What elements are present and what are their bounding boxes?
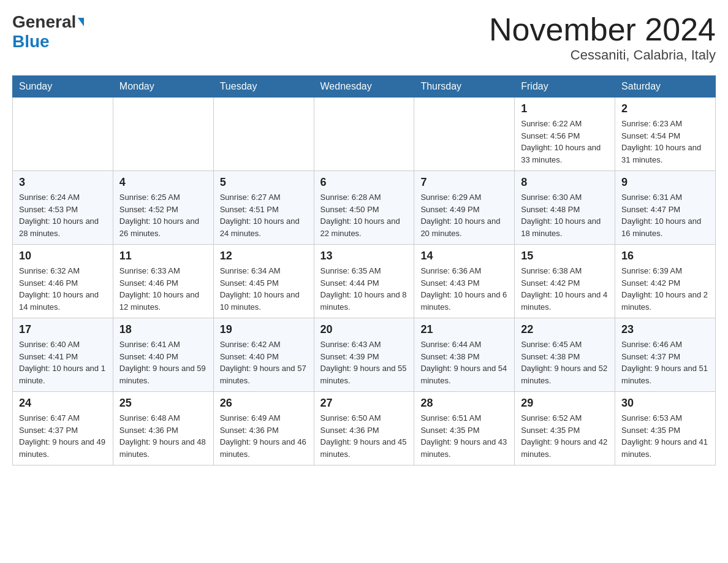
- day-info: Sunrise: 6:34 AM Sunset: 4:45 PM Dayligh…: [220, 265, 308, 313]
- calendar-cell: 28Sunrise: 6:51 AM Sunset: 4:35 PM Dayli…: [414, 392, 515, 465]
- calendar-table: SundayMondayTuesdayWednesdayThursdayFrid…: [12, 75, 716, 465]
- day-number: 18: [119, 323, 207, 336]
- day-number: 27: [320, 397, 408, 410]
- day-info: Sunrise: 6:51 AM Sunset: 4:35 PM Dayligh…: [420, 412, 508, 460]
- column-header-saturday: Saturday: [615, 76, 716, 98]
- day-info: Sunrise: 6:29 AM Sunset: 4:49 PM Dayligh…: [420, 191, 508, 239]
- day-info: Sunrise: 6:45 AM Sunset: 4:38 PM Dayligh…: [521, 339, 609, 386]
- column-header-tuesday: Tuesday: [213, 76, 314, 98]
- calendar-cell: 13Sunrise: 6:35 AM Sunset: 4:44 PM Dayli…: [314, 245, 414, 318]
- calendar-cell: 14Sunrise: 6:36 AM Sunset: 4:43 PM Dayli…: [414, 245, 515, 318]
- calendar-week-row: 17Sunrise: 6:40 AM Sunset: 4:41 PM Dayli…: [13, 318, 716, 392]
- day-number: 19: [220, 323, 308, 336]
- day-info: Sunrise: 6:46 AM Sunset: 4:37 PM Dayligh…: [621, 339, 709, 386]
- day-number: 7: [420, 176, 508, 189]
- day-info: Sunrise: 6:38 AM Sunset: 4:42 PM Dayligh…: [521, 265, 609, 313]
- day-info: Sunrise: 6:52 AM Sunset: 4:35 PM Dayligh…: [521, 412, 609, 460]
- day-number: 29: [521, 397, 609, 410]
- calendar-cell: [314, 98, 414, 171]
- header-right: November 2024 Cessaniti, Calabria, Italy: [489, 12, 716, 63]
- calendar-header-row: SundayMondayTuesdayWednesdayThursdayFrid…: [13, 76, 716, 98]
- day-number: 2: [621, 102, 709, 115]
- calendar-week-row: 24Sunrise: 6:47 AM Sunset: 4:37 PM Dayli…: [13, 392, 716, 465]
- calendar-cell: 27Sunrise: 6:50 AM Sunset: 4:36 PM Dayli…: [314, 392, 414, 465]
- calendar-cell: [213, 98, 314, 171]
- calendar-cell: 8Sunrise: 6:30 AM Sunset: 4:48 PM Daylig…: [515, 171, 615, 245]
- page-header: General Blue November 2024 Cessaniti, Ca…: [12, 12, 716, 63]
- logo-blue-text: Blue: [12, 32, 50, 51]
- day-info: Sunrise: 6:43 AM Sunset: 4:39 PM Dayligh…: [320, 339, 408, 386]
- calendar-cell: 19Sunrise: 6:42 AM Sunset: 4:40 PM Dayli…: [213, 318, 314, 392]
- calendar-cell: 26Sunrise: 6:49 AM Sunset: 4:36 PM Dayli…: [213, 392, 314, 465]
- day-info: Sunrise: 6:53 AM Sunset: 4:35 PM Dayligh…: [621, 412, 709, 460]
- day-number: 1: [521, 102, 609, 115]
- calendar-cell: [13, 98, 113, 171]
- day-info: Sunrise: 6:32 AM Sunset: 4:46 PM Dayligh…: [19, 265, 107, 313]
- day-number: 3: [19, 176, 107, 189]
- column-header-wednesday: Wednesday: [314, 76, 414, 98]
- day-number: 30: [621, 397, 709, 410]
- day-info: Sunrise: 6:50 AM Sunset: 4:36 PM Dayligh…: [320, 412, 408, 460]
- calendar-week-row: 10Sunrise: 6:32 AM Sunset: 4:46 PM Dayli…: [13, 245, 716, 318]
- day-number: 10: [19, 250, 107, 262]
- calendar-cell: 3Sunrise: 6:24 AM Sunset: 4:53 PM Daylig…: [13, 171, 113, 245]
- day-info: Sunrise: 6:24 AM Sunset: 4:53 PM Dayligh…: [19, 191, 107, 239]
- column-header-friday: Friday: [515, 76, 615, 98]
- calendar-cell: 2Sunrise: 6:23 AM Sunset: 4:54 PM Daylig…: [615, 98, 716, 171]
- day-number: 28: [420, 397, 508, 410]
- calendar-cell: 10Sunrise: 6:32 AM Sunset: 4:46 PM Dayli…: [13, 245, 113, 318]
- day-number: 8: [521, 176, 609, 189]
- day-info: Sunrise: 6:31 AM Sunset: 4:47 PM Dayligh…: [621, 191, 709, 239]
- calendar-cell: 11Sunrise: 6:33 AM Sunset: 4:46 PM Dayli…: [113, 245, 213, 318]
- calendar-cell: 16Sunrise: 6:39 AM Sunset: 4:42 PM Dayli…: [615, 245, 716, 318]
- calendar-cell: 9Sunrise: 6:31 AM Sunset: 4:47 PM Daylig…: [615, 171, 716, 245]
- day-info: Sunrise: 6:39 AM Sunset: 4:42 PM Dayligh…: [621, 265, 709, 313]
- day-number: 13: [320, 250, 408, 262]
- day-number: 5: [220, 176, 308, 189]
- calendar-cell: 20Sunrise: 6:43 AM Sunset: 4:39 PM Dayli…: [314, 318, 414, 392]
- day-number: 11: [119, 250, 207, 262]
- day-number: 21: [420, 323, 508, 336]
- day-number: 14: [420, 250, 508, 262]
- day-info: Sunrise: 6:23 AM Sunset: 4:54 PM Dayligh…: [621, 118, 709, 166]
- day-info: Sunrise: 6:28 AM Sunset: 4:50 PM Dayligh…: [320, 191, 408, 239]
- month-title: November 2024: [489, 12, 716, 47]
- day-number: 26: [220, 397, 308, 410]
- calendar-cell: 23Sunrise: 6:46 AM Sunset: 4:37 PM Dayli…: [615, 318, 716, 392]
- day-info: Sunrise: 6:30 AM Sunset: 4:48 PM Dayligh…: [521, 191, 609, 239]
- calendar-cell: 24Sunrise: 6:47 AM Sunset: 4:37 PM Dayli…: [13, 392, 113, 465]
- calendar-cell: 7Sunrise: 6:29 AM Sunset: 4:49 PM Daylig…: [414, 171, 515, 245]
- location-title: Cessaniti, Calabria, Italy: [489, 47, 716, 63]
- calendar-cell: 22Sunrise: 6:45 AM Sunset: 4:38 PM Dayli…: [515, 318, 615, 392]
- day-number: 17: [19, 323, 107, 336]
- calendar-cell: [414, 98, 515, 171]
- logo-arrow-icon: [78, 18, 84, 26]
- day-info: Sunrise: 6:36 AM Sunset: 4:43 PM Dayligh…: [420, 265, 508, 313]
- day-number: 12: [220, 250, 308, 262]
- day-number: 25: [119, 397, 207, 410]
- day-info: Sunrise: 6:47 AM Sunset: 4:37 PM Dayligh…: [19, 412, 107, 460]
- day-info: Sunrise: 6:35 AM Sunset: 4:44 PM Dayligh…: [320, 265, 408, 313]
- calendar-cell: 25Sunrise: 6:48 AM Sunset: 4:36 PM Dayli…: [113, 392, 213, 465]
- day-number: 16: [621, 250, 709, 262]
- calendar-cell: 21Sunrise: 6:44 AM Sunset: 4:38 PM Dayli…: [414, 318, 515, 392]
- day-info: Sunrise: 6:40 AM Sunset: 4:41 PM Dayligh…: [19, 339, 107, 386]
- calendar-cell: 4Sunrise: 6:25 AM Sunset: 4:52 PM Daylig…: [113, 171, 213, 245]
- calendar-cell: 15Sunrise: 6:38 AM Sunset: 4:42 PM Dayli…: [515, 245, 615, 318]
- day-number: 23: [621, 323, 709, 336]
- calendar-week-row: 1Sunrise: 6:22 AM Sunset: 4:56 PM Daylig…: [13, 98, 716, 171]
- calendar-cell: 30Sunrise: 6:53 AM Sunset: 4:35 PM Dayli…: [615, 392, 716, 465]
- day-number: 24: [19, 397, 107, 410]
- column-header-thursday: Thursday: [414, 76, 515, 98]
- calendar-week-row: 3Sunrise: 6:24 AM Sunset: 4:53 PM Daylig…: [13, 171, 716, 245]
- calendar-cell: [113, 98, 213, 171]
- day-info: Sunrise: 6:33 AM Sunset: 4:46 PM Dayligh…: [119, 265, 207, 313]
- day-info: Sunrise: 6:42 AM Sunset: 4:40 PM Dayligh…: [220, 339, 308, 386]
- day-info: Sunrise: 6:22 AM Sunset: 4:56 PM Dayligh…: [521, 118, 609, 166]
- column-header-sunday: Sunday: [13, 76, 113, 98]
- column-header-monday: Monday: [113, 76, 213, 98]
- day-number: 22: [521, 323, 609, 336]
- day-number: 15: [521, 250, 609, 262]
- day-info: Sunrise: 6:44 AM Sunset: 4:38 PM Dayligh…: [420, 339, 508, 386]
- day-info: Sunrise: 6:48 AM Sunset: 4:36 PM Dayligh…: [119, 412, 207, 460]
